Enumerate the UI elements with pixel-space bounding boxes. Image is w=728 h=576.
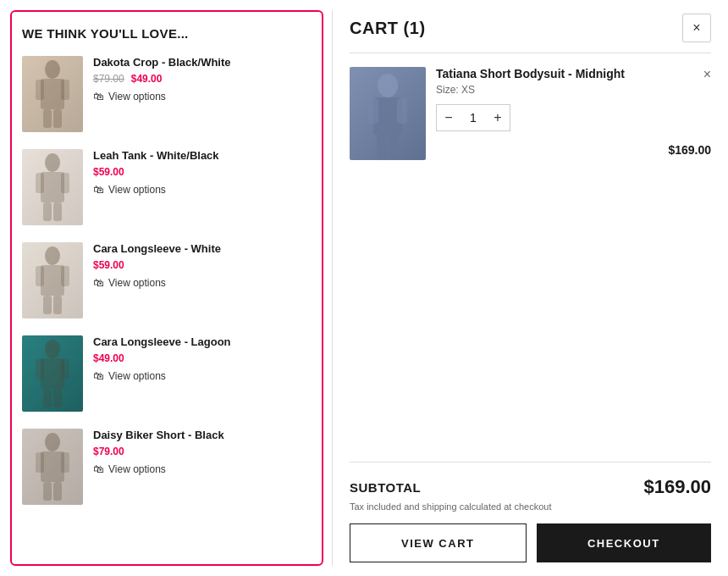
- bag-icon: 🛍: [93, 462, 104, 475]
- view-options-label: View options: [108, 184, 166, 196]
- view-options-button[interactable]: 🛍 View options: [93, 462, 166, 475]
- svg-rect-20: [36, 359, 44, 379]
- product-info: Dakota Crop - Black/White$79.00$49.00🛍 V…: [93, 56, 312, 103]
- svg-rect-17: [53, 296, 62, 314]
- cart-item-name: Tatiana Short Bodysuit - Midnight: [436, 67, 711, 80]
- svg-rect-8: [36, 173, 44, 193]
- quantity-control: − 1 +: [436, 104, 510, 131]
- product-name: Leah Tank - White/Black: [93, 149, 312, 163]
- view-options-button[interactable]: 🛍 View options: [93, 276, 166, 289]
- svg-rect-1: [41, 79, 64, 109]
- view-options-label: View options: [108, 277, 166, 289]
- product-sale-price: $79.00: [93, 446, 124, 457]
- svg-point-0: [45, 60, 60, 79]
- product-image: [22, 149, 83, 225]
- subtotal-label: SUBTOTAL: [350, 480, 421, 495]
- recommendation-item: Dakota Crop - Black/White$79.00$49.00🛍 V…: [22, 56, 312, 132]
- product-name: Daisy Biker Short - Black: [93, 429, 312, 443]
- product-info: Cara Longsleeve - Lagoon$49.00🛍 View opt…: [93, 335, 312, 383]
- product-sale-price: $59.00: [93, 259, 124, 271]
- product-name: Dakota Crop - Black/White: [93, 56, 312, 70]
- checkout-button[interactable]: CHECKOUT: [537, 523, 712, 562]
- cart-panel: CART (1) × Tatiana Short Bodysuit - Midn…: [333, 0, 728, 576]
- bag-icon: 🛍: [93, 369, 104, 382]
- svg-rect-35: [389, 135, 399, 158]
- product-sale-price: $49.00: [131, 73, 163, 85]
- view-cart-button[interactable]: VIEW CART: [350, 523, 527, 562]
- svg-rect-22: [43, 389, 52, 407]
- quantity-increase-button[interactable]: +: [486, 105, 510, 130]
- product-price-row: $59.00: [93, 166, 312, 178]
- svg-rect-26: [36, 452, 44, 473]
- cart-item: Tatiana Short Bodysuit - Midnight Size: …: [350, 67, 711, 160]
- product-image: [22, 335, 83, 412]
- product-info: Cara Longsleeve - White$59.00🛍 View opti…: [93, 242, 312, 290]
- view-options-button[interactable]: 🛍 View options: [93, 90, 166, 102]
- svg-rect-23: [53, 389, 62, 407]
- recommendation-item: Daisy Biker Short - Black$79.00🛍 View op…: [22, 429, 312, 505]
- svg-rect-21: [61, 359, 69, 379]
- view-options-label: View options: [108, 463, 166, 475]
- product-image: [22, 429, 83, 505]
- view-options-button[interactable]: 🛍 View options: [93, 183, 166, 196]
- cart-bottom: SUBTOTAL $169.00 Tax included and shippi…: [350, 462, 711, 562]
- svg-rect-16: [43, 296, 52, 314]
- svg-point-30: [378, 74, 398, 97]
- product-image: [22, 56, 83, 132]
- recommendation-item: Cara Longsleeve - Lagoon$49.00🛍 View opt…: [22, 335, 312, 412]
- svg-rect-27: [61, 452, 69, 473]
- cart-item-remove-button[interactable]: ×: [703, 67, 711, 82]
- cart-item-size: Size: XS: [436, 84, 711, 96]
- svg-point-18: [45, 340, 60, 358]
- svg-rect-29: [53, 482, 62, 501]
- view-options-button[interactable]: 🛍 View options: [93, 369, 166, 382]
- svg-rect-33: [397, 98, 407, 124]
- subtotal-row: SUBTOTAL $169.00: [350, 476, 711, 498]
- svg-rect-11: [53, 202, 62, 221]
- product-name: Cara Longsleeve - White: [93, 242, 312, 257]
- product-price-row: $49.00: [93, 352, 312, 364]
- svg-point-12: [45, 246, 60, 265]
- svg-rect-32: [368, 98, 378, 124]
- product-info: Leah Tank - White/Black$59.00🛍 View opti…: [93, 149, 312, 197]
- quantity-value: 1: [461, 111, 486, 125]
- bag-icon: 🛍: [93, 90, 104, 102]
- cart-title: CART (1): [350, 19, 426, 38]
- svg-point-24: [45, 433, 60, 451]
- view-options-label: View options: [108, 370, 166, 382]
- svg-rect-14: [36, 266, 44, 286]
- product-name: Cara Longsleeve - Lagoon: [93, 335, 312, 350]
- product-price-row: $59.00: [93, 259, 312, 271]
- recommendation-item: Cara Longsleeve - White$59.00🛍 View opti…: [22, 242, 312, 318]
- subtotal-amount: $169.00: [643, 476, 711, 498]
- cart-actions: VIEW CART CHECKOUT: [350, 523, 711, 562]
- svg-rect-3: [61, 80, 69, 100]
- product-price-row: $79.00: [93, 446, 312, 457]
- product-image: [22, 242, 83, 318]
- recommendations-title: WE THINK YOU'LL LOVE...: [22, 25, 312, 42]
- svg-rect-19: [41, 358, 64, 389]
- cart-item-image: [350, 67, 426, 160]
- svg-rect-13: [41, 265, 64, 296]
- view-options-label: View options: [108, 91, 166, 102]
- quantity-decrease-button[interactable]: −: [437, 105, 461, 130]
- cart-header: CART (1) ×: [350, 14, 711, 42]
- close-cart-button[interactable]: ×: [682, 14, 711, 42]
- bag-icon: 🛍: [93, 276, 104, 289]
- svg-rect-5: [53, 109, 62, 128]
- svg-rect-25: [41, 451, 64, 482]
- product-sale-price: $59.00: [93, 166, 124, 178]
- product-original-price: $79.00: [93, 73, 124, 85]
- recommendation-item: Leah Tank - White/Black$59.00🛍 View opti…: [22, 149, 312, 225]
- product-info: Daisy Biker Short - Black$79.00🛍 View op…: [93, 429, 312, 476]
- svg-rect-28: [43, 482, 52, 501]
- svg-rect-10: [43, 202, 52, 221]
- cart-item-price: $169.00: [668, 143, 711, 157]
- svg-rect-15: [61, 266, 69, 286]
- svg-point-6: [45, 153, 60, 172]
- product-price-row: $79.00$49.00: [93, 73, 312, 85]
- bag-icon: 🛍: [93, 183, 104, 196]
- svg-rect-2: [36, 80, 44, 100]
- svg-rect-34: [377, 135, 387, 158]
- recommendations-panel: WE THINK YOU'LL LOVE... Dakota Crop - Bl…: [10, 10, 323, 566]
